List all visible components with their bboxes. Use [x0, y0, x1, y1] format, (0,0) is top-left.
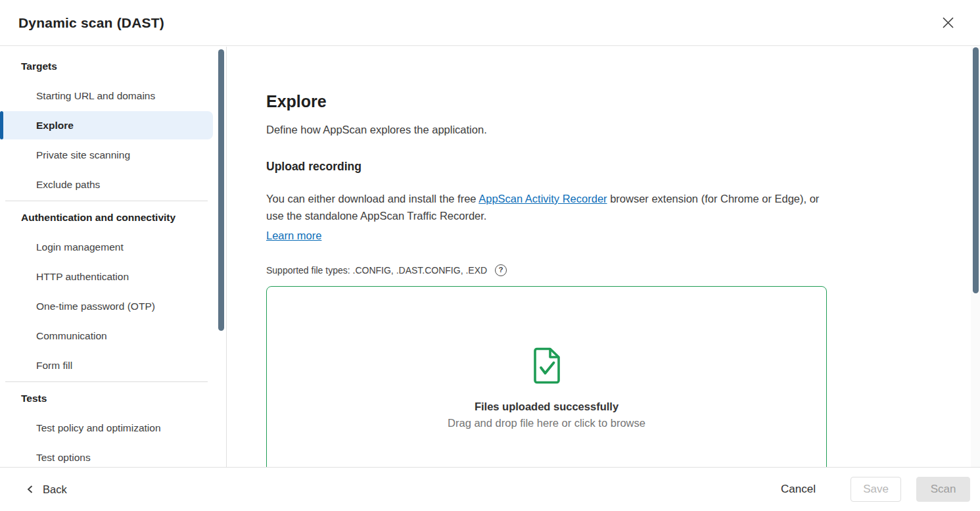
back-button[interactable]: Back [26, 483, 67, 496]
dialog-header: Dynamic scan (DAST) [0, 0, 980, 46]
file-dropzone[interactable]: Files uploaded successfully Drag and dro… [266, 286, 827, 468]
sidebar-divider [5, 201, 208, 201]
supported-file-types-text: Supported file types: .CONFIG, .DAST.CON… [266, 265, 487, 276]
sidebar-item-starting-url-and-domains[interactable]: Starting URL and domains [0, 81, 226, 110]
intro-paragraph: You can either download and install the … [266, 191, 828, 245]
learn-more-link[interactable]: Learn more [266, 228, 321, 245]
sidebar-section-tests: Tests [0, 383, 226, 413]
upload-recording-heading: Upload recording [266, 160, 828, 174]
chevron-left-icon [26, 485, 34, 493]
sidebar-scrollbar[interactable] [218, 49, 224, 331]
selected-item-highlight [3, 111, 213, 139]
cancel-button[interactable]: Cancel [774, 477, 822, 501]
sidebar-item-private-site-scanning[interactable]: Private site scanning [0, 140, 226, 170]
sidebar-item-communication[interactable]: Communication [0, 321, 226, 351]
close-icon [943, 17, 954, 28]
file-uploaded-check-icon [533, 347, 561, 387]
sidebar-divider [5, 381, 208, 382]
main-content: Explore Define how AppScan explores the … [227, 47, 980, 467]
sidebar-section-targets: Targets [0, 51, 226, 81]
sidebar-item-test-policy-and-optimization[interactable]: Test policy and optimization [0, 413, 226, 443]
sidebar-item-exclude-paths[interactable]: Exclude paths [0, 170, 226, 199]
dynamic-scan-dialog: Dynamic scan (DAST) Targets Starting URL… [0, 0, 980, 511]
dialog-footer: Back Cancel Save Scan [0, 467, 980, 511]
back-button-label: Back [43, 483, 67, 496]
save-button[interactable]: Save [851, 477, 901, 502]
sidebar-item-test-options[interactable]: Test options [0, 443, 226, 467]
sidebar-item-explore[interactable]: Explore [0, 110, 226, 140]
selected-item-accent-bar [0, 111, 3, 139]
scan-button[interactable]: Scan [916, 477, 970, 502]
help-icon[interactable]: ? [495, 264, 507, 276]
upload-status-text: Files uploaded successfully [475, 401, 618, 413]
page-title: Explore [266, 92, 828, 111]
sidebar-section-authentication: Authentication and connectivity [0, 203, 226, 232]
sidebar-item-form-fill[interactable]: Form fill [0, 351, 226, 380]
dialog-title: Dynamic scan (DAST) [18, 15, 164, 31]
page-description: Define how AppScan explores the applicat… [266, 124, 828, 136]
settings-sidebar: Targets Starting URL and domains Explore… [0, 47, 227, 467]
sidebar-item-one-time-password[interactable]: One-time password (OTP) [0, 291, 226, 321]
upload-hint-text: Drag and drop file here or click to brow… [448, 417, 645, 429]
main-scrollbar[interactable] [973, 47, 979, 293]
intro-text-before: You can either download and install the … [266, 193, 478, 205]
close-button[interactable] [937, 12, 959, 34]
sidebar-item-http-authentication[interactable]: HTTP authentication [0, 262, 226, 291]
sidebar-item-login-management[interactable]: Login management [0, 232, 226, 262]
appscan-activity-recorder-link[interactable]: AppScan Activity Recorder [478, 193, 607, 205]
